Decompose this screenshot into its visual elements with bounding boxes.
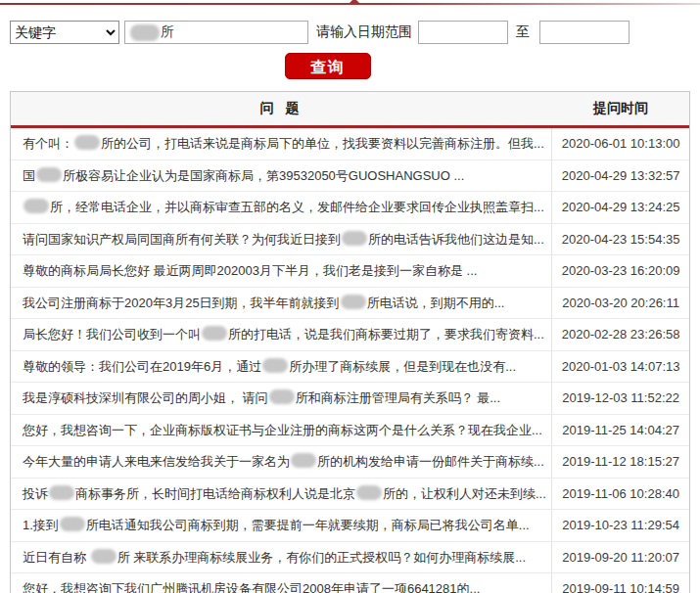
question-text: 投诉 xyxy=(23,486,48,501)
question-text: 所的电话告诉我他们这边是知... xyxy=(368,232,544,247)
question-cell[interactable]: 1.接到所电话通知我公司商标到期，需要提前一年就要续期，商标局已将我公司名单..… xyxy=(11,510,551,541)
question-text: 商标事务所，长时间打电话给商标权利人说是北京 xyxy=(75,486,355,501)
question-time: 2020-04-29 13:24:25 xyxy=(551,192,689,223)
censored-text xyxy=(74,135,100,150)
keyword-input[interactable]: 所 xyxy=(124,21,308,44)
question-text: 局长您好！我们公司收到一个叫 xyxy=(23,327,201,342)
question-time: 2020-06-01 10:13:00 xyxy=(551,128,689,160)
question-text: 所 来联系办理商标续展业务，有你们的正式授权吗？如何办理商标续展... xyxy=(117,550,526,565)
table-row[interactable]: 有个叫：所的公司，打电话来说是商标局下的单位，找我要资料以完善商标注册。但我..… xyxy=(11,128,689,160)
question-time: 2019-11-06 10:28:40 xyxy=(551,479,689,510)
table-row[interactable]: 国所极容易让企业认为是国家商标局，第39532050号GUOSHANGSUO .… xyxy=(11,160,689,193)
question-time: 2020-04-29 13:32:57 xyxy=(551,160,689,192)
question-time: 2019-11-25 14:04:27 xyxy=(551,415,689,446)
censored-text xyxy=(342,231,367,246)
to-label: 至 xyxy=(516,23,530,41)
question-text: 1.接到 xyxy=(23,518,59,532)
question-cell[interactable]: 我是淳硕科技深圳有限公司的周小姐， 请问所和商标注册管理局有关系吗？ 最... xyxy=(11,383,551,414)
censored-text xyxy=(60,517,85,531)
censored-text xyxy=(49,485,74,500)
question-text: 我公司注册商标于2020年3月25日到期，我半年前就接到 xyxy=(23,296,340,310)
censored-text xyxy=(356,485,382,500)
censored-text xyxy=(341,295,366,309)
table-row[interactable]: 所，经常电话企业，并以商标审查五部的名义，发邮件给企业要求回传企业执照盖章扫..… xyxy=(11,192,689,224)
question-time: 2019-09-20 11:20:07 xyxy=(551,542,689,573)
question-cell[interactable]: 国所极容易让企业认为是国家商标局，第39532050号GUOSHANGSUO .… xyxy=(11,160,551,192)
question-cell[interactable]: 请问国家知识产权局同国商所有何关联？为何我近日接到所的电话告诉我他们这边是知..… xyxy=(11,224,551,255)
censored-text xyxy=(91,549,117,564)
censored-text xyxy=(291,453,316,468)
date-range-label: 请输入日期范围 xyxy=(316,23,412,41)
censored-text xyxy=(202,326,227,341)
censored-text xyxy=(36,167,62,182)
question-cell[interactable]: 有个叫：所的公司，打电话来说是商标局下的单位，找我要资料以完善商标注册。但我..… xyxy=(11,128,551,160)
question-text: 国 xyxy=(23,168,35,183)
question-cell[interactable]: 尊敬的领导：我们公司在2019年6月，通过所办理了商标续展，但是到现在也没有..… xyxy=(11,351,551,383)
question-cell[interactable]: 您好，我想咨询下我们广州腾讯机房设备有限公司2008年申请了一项6641281的… xyxy=(11,573,551,593)
censored-text xyxy=(262,358,288,373)
question-cell[interactable]: 近日有自称 所 来联系办理商标续展业务，有你们的正式授权吗？如何办理商标续展..… xyxy=(11,542,551,573)
question-cell[interactable]: 投诉商标事务所，长时间打电话给商标权利人说是北京所的，让权利人对还未到续... xyxy=(11,479,551,510)
censored-text xyxy=(269,389,295,404)
table-row[interactable]: 您好，我想咨询下我们广州腾讯机房设备有限公司2008年申请了一项6641281的… xyxy=(11,573,689,593)
question-text: 有个叫： xyxy=(23,136,73,151)
question-text: 所的机构发给申请一份邮件关于商标续... xyxy=(317,454,544,469)
question-cell[interactable]: 我公司注册商标于2020年3月25日到期，我半年前就接到所电话说，到期不用的..… xyxy=(11,288,551,319)
top-accent-line xyxy=(0,3,700,5)
question-time: 2019-11-12 18:15:27 xyxy=(551,446,689,478)
question-time: 2019-09-11 10:14:59 xyxy=(551,573,689,593)
table-row[interactable]: 近日有自称 所 来联系办理商标续展业务，有你们的正式授权吗？如何办理商标续展..… xyxy=(11,542,689,574)
question-column-header: 问 题 xyxy=(11,100,552,117)
question-text: 所电话说，到期不用的... xyxy=(367,296,505,310)
table-row[interactable]: 我公司注册商标于2020年3月25日到期，我半年前就接到所电话说，到期不用的..… xyxy=(11,288,689,320)
question-text: 今年大量的申请人来电来信发给我关于一家名为 xyxy=(23,454,290,469)
table-body: 有个叫：所的公司，打电话来说是商标局下的单位，找我要资料以完善商标注册。但我..… xyxy=(11,128,689,593)
question-time: 2019-12-03 11:52:22 xyxy=(551,383,689,414)
search-form: 关键字 所 请输入日期范围 至 xyxy=(10,21,690,44)
question-text: 所和商标注册管理局有关系吗？ 最... xyxy=(296,390,500,405)
table-row[interactable]: 投诉商标事务所，长时间打电话给商标权利人说是北京所的，让权利人对还未到续...2… xyxy=(11,479,689,511)
results-table: 问 题 提问时间 有个叫：所的公司，打电话来说是商标局下的单位，找我要资料以完善… xyxy=(10,91,690,593)
table-row[interactable]: 今年大量的申请人来电来信发给我关于一家名为所的机构发给申请一份邮件关于商标续..… xyxy=(11,446,689,479)
question-text: 所的打电话，说是我们商标要过期了，要求我们寄资料... xyxy=(228,327,544,342)
question-time: 2019-10-23 11:29:54 xyxy=(551,510,689,541)
table-row[interactable]: 我是淳硕科技深圳有限公司的周小姐， 请问所和商标注册管理局有关系吗？ 最...2… xyxy=(11,383,689,415)
question-text: 近日有自称 xyxy=(23,550,90,565)
table-row[interactable]: 尊敬的商标局局长您好 最近两周即202003月下半月，我们老是接到一家自称是 .… xyxy=(11,255,689,288)
search-button[interactable]: 查询 xyxy=(285,53,371,79)
question-cell[interactable]: 所，经常电话企业，并以商标审查五部的名义，发邮件给企业要求回传企业执照盖章扫..… xyxy=(11,192,551,223)
question-text: 尊敬的商标局局长您好 最近两周即202003月下半月，我们老是接到一家自称是 .… xyxy=(23,263,477,278)
question-cell[interactable]: 局长您好！我们公司收到一个叫所的打电话，说是我们商标要过期了，要求我们寄资料..… xyxy=(11,319,551,350)
question-time: 2020-03-23 16:20:09 xyxy=(551,255,689,287)
date-to-input[interactable] xyxy=(539,21,630,44)
question-text: 所，经常电话企业，并以商标审查五部的名义，发邮件给企业要求回传企业执照盖章扫..… xyxy=(50,200,544,214)
question-text: 所的，让权利人对还未到续... xyxy=(383,486,546,501)
date-from-input[interactable] xyxy=(418,21,508,44)
censored-text xyxy=(23,199,49,213)
pointer-triangle-icon xyxy=(349,0,360,4)
question-text: 所极容易让企业认为是国家商标局，第39532050号GUOSHANGSUO ..… xyxy=(63,168,464,183)
question-time: 2020-04-23 15:54:35 xyxy=(551,224,689,255)
keyword-input-value: 所 xyxy=(161,23,174,41)
question-cell[interactable]: 您好，我想咨询一下，企业商标版权证书与企业注册的商标这两个是什么关系？现在我企业… xyxy=(11,415,551,446)
question-text: 所的公司，打电话来说是商标局下的单位，找我要资料以完善商标注册。但我... xyxy=(101,136,544,151)
table-row[interactable]: 请问国家知识产权局同国商所有何关联？为何我近日接到所的电话告诉我他们这边是知..… xyxy=(11,224,689,256)
table-row[interactable]: 尊敬的领导：我们公司在2019年6月，通过所办理了商标续展，但是到现在也没有..… xyxy=(11,351,689,384)
question-cell[interactable]: 尊敬的商标局局长您好 最近两周即202003月下半月，我们老是接到一家自称是 .… xyxy=(11,255,551,287)
question-cell[interactable]: 今年大量的申请人来电来信发给我关于一家名为所的机构发给申请一份邮件关于商标续..… xyxy=(11,446,551,478)
question-text: 您好，我想咨询下我们广州腾讯机房设备有限公司2008年申请了一项6641281的… xyxy=(23,581,480,593)
search-field-select[interactable]: 关键字 xyxy=(10,21,119,44)
question-time: 2020-01-03 14:07:13 xyxy=(551,351,689,383)
question-time: 2020-03-20 20:26:11 xyxy=(551,288,689,319)
question-time: 2020-02-28 23:26:58 xyxy=(551,319,689,350)
question-text: 尊敬的领导：我们公司在2019年6月，通过 xyxy=(23,359,261,374)
table-header-row: 问 题 提问时间 xyxy=(11,92,689,128)
table-row[interactable]: 您好，我想咨询一下，企业商标版权证书与企业注册的商标这两个是什么关系？现在我企业… xyxy=(11,415,689,447)
table-row[interactable]: 局长您好！我们公司收到一个叫所的打电话，说是我们商标要过期了，要求我们寄资料..… xyxy=(11,319,689,351)
table-row[interactable]: 1.接到所电话通知我公司商标到期，需要提前一年就要续期，商标局已将我公司名单..… xyxy=(11,510,689,542)
question-text: 请问国家知识产权局同国商所有何关联？为何我近日接到 xyxy=(23,232,341,247)
censored-text xyxy=(130,24,160,41)
question-text: 您好，我想咨询一下，企业商标版权证书与企业注册的商标这两个是什么关系？现在我企业… xyxy=(23,423,542,437)
question-text: 我是淳硕科技深圳有限公司的周小姐， 请问 xyxy=(23,390,268,405)
question-text: 所电话通知我公司商标到期，需要提前一年就要续期，商标局已将我公司名单... xyxy=(86,518,530,532)
